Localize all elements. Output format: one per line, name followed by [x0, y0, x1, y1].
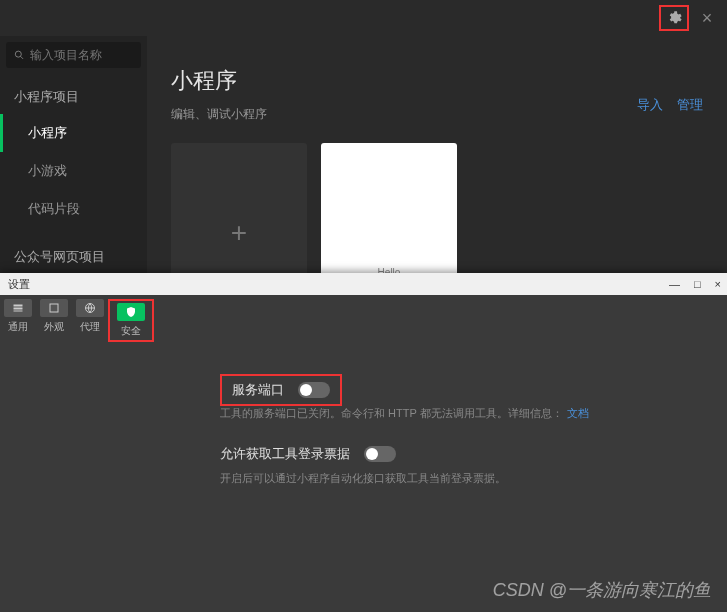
nav-header-miniprogram: 小程序项目 [0, 80, 147, 114]
settings-titlebar: 设置 — □ × [0, 273, 727, 295]
search-icon [14, 49, 24, 61]
page-title: 小程序 [171, 66, 703, 96]
appearance-icon [48, 302, 60, 314]
svg-rect-4 [14, 311, 23, 312]
nav-item-minigame[interactable]: 小游戏 [0, 152, 147, 190]
gear-highlight [659, 5, 689, 31]
close-icon[interactable]: × [697, 8, 717, 28]
svg-rect-5 [50, 304, 58, 312]
ticket-toggle[interactable] [364, 446, 396, 462]
maximize-button[interactable]: □ [694, 278, 701, 290]
service-port-label: 服务端口 [232, 381, 284, 399]
tab-general[interactable]: 通用 [0, 299, 36, 342]
gear-icon[interactable] [666, 10, 682, 26]
svg-line-1 [20, 56, 23, 59]
page-subtitle: 编辑、调试小程序 [171, 106, 703, 123]
svg-rect-3 [14, 308, 23, 310]
security-tab-highlight: 安全 [108, 299, 154, 342]
page-actions: 导入 管理 [627, 96, 703, 114]
settings-title: 设置 [8, 277, 30, 292]
service-port-desc: 工具的服务端口已关闭。命令行和 HTTP 都无法调用工具。详细信息：文档 [220, 406, 687, 421]
proxy-icon [84, 302, 96, 314]
shield-icon [125, 306, 137, 318]
nav-item-snippet[interactable]: 代码片段 [0, 190, 147, 228]
doc-link[interactable]: 文档 [567, 407, 589, 419]
general-icon [12, 302, 24, 314]
tab-appearance[interactable]: 外观 [36, 299, 72, 342]
search-input[interactable] [30, 48, 133, 62]
ticket-desc: 开启后可以通过小程序自动化接口获取工具当前登录票据。 [220, 471, 687, 486]
service-port-highlight: 服务端口 [220, 374, 342, 406]
svg-point-0 [15, 51, 21, 57]
import-link[interactable]: 导入 [637, 97, 663, 112]
nav-header-official: 公众号网页项目 [0, 240, 147, 274]
tab-security[interactable]: 安全 [113, 303, 149, 338]
svg-rect-2 [14, 305, 23, 307]
service-port-toggle[interactable] [298, 382, 330, 398]
search-box[interactable] [6, 42, 141, 68]
minimize-button[interactable]: — [669, 278, 680, 290]
plus-icon: + [231, 217, 247, 249]
settings-tabs: 通用 外观 代理 安全 [0, 295, 727, 344]
ticket-label: 允许获取工具登录票据 [220, 445, 350, 463]
nav-item-miniprogram[interactable]: 小程序 [0, 114, 147, 152]
manage-link[interactable]: 管理 [677, 97, 703, 112]
tab-proxy[interactable]: 代理 [72, 299, 108, 342]
settings-window: 设置 — □ × 通用 外观 代理 安全 服务端口 [0, 273, 727, 612]
close-button[interactable]: × [715, 278, 721, 290]
